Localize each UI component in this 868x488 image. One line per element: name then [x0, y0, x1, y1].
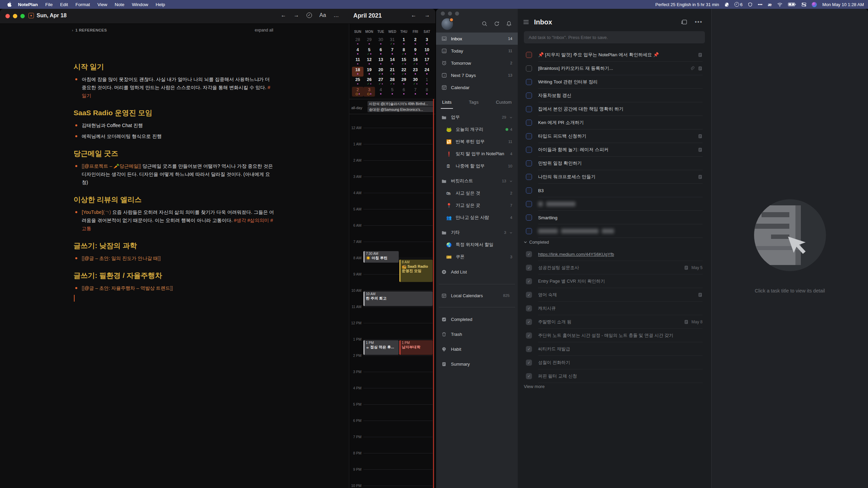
menu-edit[interactable]: Edit	[56, 2, 72, 7]
battery-icon[interactable]	[788, 2, 796, 6]
add-list-button[interactable]: Add List	[436, 266, 518, 278]
note-body[interactable]: 시작 일기아침에 잠을 많이 못잤어도 괜찮다. 사실 내가 얼마나 나의 뇌를…	[74, 62, 275, 302]
task-checkbox[interactable]	[526, 174, 532, 180]
sidebar-item-summary[interactable]: Summary	[436, 358, 518, 370]
minimize-button[interactable]	[13, 14, 17, 18]
avatar[interactable]	[441, 18, 453, 30]
calendar-event[interactable]: 1 PM남자부대학	[399, 340, 433, 355]
sidebar-item-local-calendars[interactable]: Local Calendars825	[436, 289, 518, 302]
forward-icon[interactable]: →	[294, 12, 299, 18]
task-checkbox[interactable]	[526, 228, 532, 234]
sidebar-item-calendar[interactable]: Calendar	[436, 81, 518, 94]
completed-section-toggle[interactable]: Completed	[524, 240, 549, 245]
completed-task-row[interactable]: ✓주단위 노트 훑어보는 시간 설정 - 매일의 노트 충돌 및 연결 시간 갖…	[518, 329, 711, 342]
task-checkbox[interactable]	[526, 147, 532, 153]
sidebar-item-today[interactable]: 10Today11	[436, 45, 518, 57]
calendar-event[interactable]: 10 AM한 주의 회고	[363, 291, 433, 306]
task-checkbox[interactable]	[526, 106, 532, 112]
back-icon[interactable]: ←	[281, 12, 286, 18]
bell-icon[interactable]	[506, 21, 512, 26]
menu-noteplan[interactable]: NotePlan	[14, 2, 42, 7]
sort-icon[interactable]	[681, 19, 687, 25]
list-group-기타[interactable]: 기타3	[436, 226, 518, 239]
task-checkbox[interactable]	[526, 201, 532, 207]
task-row[interactable]: 민방위 일정 확인하기	[518, 157, 711, 170]
completed-checkbox[interactable]: ✓	[526, 292, 532, 298]
task-row[interactable]	[518, 224, 711, 238]
more-menu-icon[interactable]: •••	[758, 2, 763, 7]
completed-task-row[interactable]: ✓영어 숙제	[518, 288, 711, 302]
list-item-쿠폰[interactable]: 🎫쿠폰3	[436, 251, 518, 263]
completed-task-row[interactable]: ✓주말랭이 소개 됨May 8	[518, 315, 711, 329]
task-checkbox[interactable]	[526, 160, 532, 166]
task-row[interactable]: 타입드 피드백 신청하기	[518, 129, 711, 143]
sidebar-item-inbox[interactable]: Inbox14	[436, 33, 518, 45]
calendar-event[interactable]: 1 PM☕ 점심 먹은 후...	[363, 340, 399, 355]
task-row[interactable]: Smartling	[518, 211, 711, 224]
list-item-나중에-할-업무[interactable]: 🗓나중에 할 업무10	[436, 160, 518, 172]
list-item-반복-루틴-업무[interactable]: 🔁반복 루틴 업무11	[436, 136, 518, 148]
menu-view[interactable]: View	[94, 2, 111, 7]
expand-all-button[interactable]: expand all	[255, 28, 273, 33]
task-checkbox[interactable]	[526, 187, 532, 194]
focus-timer-text[interactable]: Perfect 25 English in 5 hr 31 min	[655, 2, 719, 7]
completed-checkbox[interactable]: ✓	[526, 305, 532, 311]
ae-app-icon[interactable]: æ	[768, 2, 772, 7]
color-app-icon[interactable]	[812, 2, 817, 7]
add-task-input[interactable]	[524, 31, 705, 43]
completed-checkbox[interactable]: ✓	[526, 346, 532, 352]
completed-checkbox[interactable]: ✓	[526, 278, 532, 284]
completed-checkbox[interactable]: ✓	[526, 265, 532, 271]
task-row[interactable]: 📌 [지우지 말것] 주요 업무는 NotePlan 에서 확인하세요 📌	[518, 48, 711, 62]
note-link[interactable]: @글 – 초안: 일의 진도가 안나갈 때	[84, 256, 158, 261]
task-checkbox[interactable]	[526, 120, 532, 126]
tab-custom[interactable]: Custom	[494, 98, 513, 109]
tasks-filter-icon[interactable]: ✓	[307, 13, 312, 18]
task-row[interactable]: 집에서 본인 공간에 대한 책임 명확히 하기	[518, 102, 711, 116]
task-checkbox[interactable]	[526, 79, 532, 85]
task-row[interactable]: 자동차보험 갱신	[518, 89, 711, 102]
more-options-icon[interactable]: •••	[695, 19, 703, 25]
menu-note[interactable]: Note	[111, 2, 128, 7]
task-checkbox[interactable]	[526, 215, 532, 221]
references-toggle[interactable]: ›1 REFERENCES	[72, 28, 107, 32]
view-more-link[interactable]: View more	[524, 384, 545, 389]
list-item-특정-위치에서-할일[interactable]: 🌏특정 위치에서 할일	[436, 239, 518, 251]
completed-task-row[interactable]: ✓성공컨설팅 설문조사May 5	[518, 261, 711, 274]
prev-month-icon[interactable]: ←	[411, 12, 416, 18]
menu-window[interactable]: Window	[128, 2, 152, 7]
note-link[interactable]: @글 – 초안: 자율주행차 – 역발상 트렌드	[84, 285, 170, 291]
completed-task-row[interactable]: ✓https://link.medium.com/44YS6KUgYfb	[518, 247, 711, 261]
completed-task-row[interactable]: ✓씨티카드 재발급	[518, 342, 711, 356]
sidebar-item-habit[interactable]: Habit	[436, 343, 518, 355]
sidebar-item-next-7-days[interactable]: 7Next 7 Days13	[436, 69, 518, 81]
task-checkbox[interactable]	[526, 65, 532, 72]
completed-checkbox[interactable]: ✓	[526, 251, 532, 257]
note-link[interactable]: [YouTube]	[82, 209, 103, 215]
calendar-event[interactable]: 7:30 AM☀️ 아침 루틴	[363, 251, 399, 263]
wifi-icon[interactable]	[777, 2, 783, 7]
control-center-icon[interactable]	[802, 2, 806, 7]
menu-help[interactable]: Help	[152, 2, 169, 7]
evernote-icon[interactable]	[725, 2, 729, 7]
shield-icon[interactable]	[748, 2, 752, 7]
search-icon[interactable]	[482, 21, 487, 26]
ticktick-menubar-icon[interactable]: ✓ 6	[734, 2, 743, 7]
sync-icon[interactable]	[494, 21, 499, 26]
list-item-잊지-말-업무-in-noteplan[interactable]: ❗잊지 말 업무 in NotePlan4	[436, 148, 518, 160]
completed-task-row[interactable]: ✓캐치시큐	[518, 302, 711, 315]
completed-checkbox[interactable]: ✓	[526, 373, 532, 379]
more-options-icon[interactable]: …	[334, 12, 339, 18]
sidebar-item-trash[interactable]: Trash	[436, 328, 518, 340]
list-item-가고-싶은-곳[interactable]: 📍가고 싶은 곳7	[436, 199, 518, 211]
hamburger-icon[interactable]	[523, 20, 529, 24]
task-checkbox[interactable]	[526, 133, 532, 139]
minimize-button[interactable]	[448, 12, 452, 16]
list-item-사고-싶은-것[interactable]: 🛍사고 싶은 것2	[436, 187, 518, 199]
task-row[interactable]: Ken 에게 PR 소개하기	[518, 116, 711, 129]
completed-checkbox[interactable]: ✓	[526, 360, 532, 366]
task-checkbox[interactable]	[526, 52, 532, 58]
completed-task-row[interactable]: ✓성철이 전화하기	[518, 356, 711, 369]
list-group-버킷리스트[interactable]: 버킷리스트13	[436, 175, 518, 187]
task-row[interactable]: 나만의 워크프로세스 만들기	[518, 170, 711, 184]
